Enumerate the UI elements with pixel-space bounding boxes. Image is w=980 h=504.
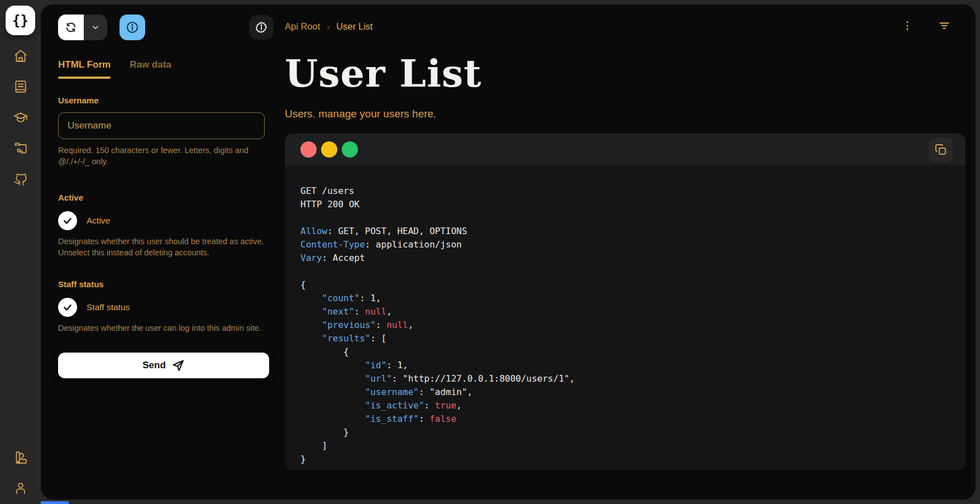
refresh-button[interactable] bbox=[58, 15, 84, 40]
tab-html-form[interactable]: HTML Form bbox=[58, 59, 111, 79]
page-subtitle: Users. manage your users here. bbox=[285, 108, 965, 120]
breadcrumb-separator: › bbox=[327, 22, 329, 31]
username-help: Required. 150 characters or fewer. Lette… bbox=[58, 145, 266, 167]
app-panel: HTML Form Raw data Username Required. 15… bbox=[41, 4, 976, 500]
send-button-label: Send bbox=[142, 360, 166, 371]
copy-button[interactable] bbox=[929, 137, 953, 162]
code-line: GET /users bbox=[300, 184, 950, 198]
active-label: Active bbox=[58, 193, 274, 202]
tab-raw-data[interactable]: Raw data bbox=[130, 59, 171, 79]
window-dot-red bbox=[300, 141, 317, 158]
sidebar-nav bbox=[13, 49, 28, 186]
code-line: "username": "admin", bbox=[300, 386, 950, 399]
code-line: "is_active": true, bbox=[300, 399, 950, 412]
sidebar-bottom bbox=[13, 450, 28, 495]
window-dot-yellow bbox=[321, 141, 337, 158]
check-icon bbox=[63, 216, 73, 226]
staff-checkbox[interactable] bbox=[58, 298, 77, 317]
code-line: "url": "http://127.0.0.1:8000/users/1", bbox=[300, 372, 950, 386]
logo-braces: {} bbox=[12, 13, 28, 28]
code-line: HTTP 200 OK bbox=[300, 198, 950, 211]
breadcrumb-user-list[interactable]: User List bbox=[336, 21, 372, 32]
bottom-accent-bar bbox=[41, 501, 69, 504]
kebab-menu-icon[interactable] bbox=[900, 18, 915, 34]
copy-icon bbox=[934, 143, 948, 156]
username-label: Username bbox=[58, 96, 274, 105]
badge-info-button[interactable] bbox=[249, 15, 274, 40]
code-line: "results": [ bbox=[300, 332, 950, 345]
badge-info-icon bbox=[255, 21, 268, 34]
graduation-cap-icon[interactable] bbox=[13, 110, 28, 125]
filter-icon[interactable] bbox=[936, 18, 952, 34]
staff-checkbox-label: Staff status bbox=[87, 302, 130, 312]
info-circle-icon bbox=[126, 21, 139, 34]
code-line: } bbox=[300, 426, 950, 439]
window-dot-green bbox=[342, 141, 358, 158]
response-code-card: GET /usersHTTP 200 OKAllow: GET, POST, H… bbox=[285, 134, 965, 470]
form-panel: HTML Form Raw data Username Required. 15… bbox=[58, 4, 274, 500]
code-line: { bbox=[300, 345, 950, 359]
refresh-options-button[interactable] bbox=[84, 15, 107, 40]
code-line: Vary: Accept bbox=[300, 251, 950, 265]
chevron-down-icon bbox=[91, 23, 100, 32]
form-toolbar bbox=[58, 15, 274, 40]
refresh-icon bbox=[65, 21, 77, 34]
username-input[interactable] bbox=[58, 112, 265, 139]
folder-key-icon[interactable] bbox=[13, 141, 28, 155]
staff-status-label: Staff status bbox=[58, 279, 274, 289]
tab-raw-data-label: Raw data bbox=[130, 59, 171, 70]
code-line: { bbox=[300, 278, 950, 292]
code-line: "id": 1, bbox=[300, 359, 950, 372]
code-window-header bbox=[285, 134, 965, 165]
breadcrumb: Api Root › User List bbox=[285, 21, 965, 32]
code-line: ] bbox=[300, 439, 950, 453]
code-line: "is_staff": false bbox=[300, 412, 950, 426]
header-actions bbox=[900, 18, 952, 34]
info-button[interactable] bbox=[119, 15, 145, 40]
active-checkbox-label: Active bbox=[87, 216, 110, 226]
code-line: Content-Type: application/json bbox=[300, 238, 950, 251]
main-content: Api Root › User List User List Users. ma… bbox=[285, 4, 965, 500]
page-title: User List bbox=[285, 51, 965, 96]
journal-icon[interactable] bbox=[13, 79, 28, 94]
code-line bbox=[300, 265, 950, 278]
tab-html-form-label: HTML Form bbox=[58, 59, 111, 70]
code-line bbox=[300, 211, 950, 225]
form-tabs: HTML Form Raw data bbox=[58, 59, 274, 79]
code-line: "previous": null, bbox=[300, 318, 950, 332]
sidebar: {} bbox=[0, 0, 41, 504]
send-button[interactable]: Send bbox=[58, 353, 269, 378]
code-line: "count": 1, bbox=[300, 292, 950, 305]
active-help: Designates whether this user should be t… bbox=[58, 236, 266, 258]
http-response-body: GET /usersHTTP 200 OKAllow: GET, POST, H… bbox=[285, 165, 965, 470]
code-line: "next": null, bbox=[300, 305, 950, 318]
github-icon[interactable] bbox=[13, 172, 28, 186]
swatchbook-icon[interactable] bbox=[13, 450, 28, 465]
staff-help: Designates whether the user can log into… bbox=[58, 322, 266, 334]
home-icon[interactable] bbox=[13, 49, 28, 63]
send-icon bbox=[171, 359, 185, 372]
code-line: Allow: GET, POST, HEAD, OPTIONS bbox=[300, 225, 950, 238]
breadcrumb-api-root[interactable]: Api Root bbox=[285, 21, 320, 32]
staff-checkbox-row[interactable]: Staff status bbox=[58, 298, 274, 317]
code-line: } bbox=[300, 453, 950, 466]
active-checkbox[interactable] bbox=[58, 211, 77, 230]
refresh-split-button bbox=[58, 15, 107, 40]
active-checkbox-row[interactable]: Active bbox=[58, 211, 274, 230]
app-logo[interactable]: {} bbox=[6, 6, 35, 35]
user-icon[interactable] bbox=[13, 481, 28, 495]
check-icon bbox=[63, 302, 73, 312]
tab-active-underline bbox=[58, 77, 111, 79]
